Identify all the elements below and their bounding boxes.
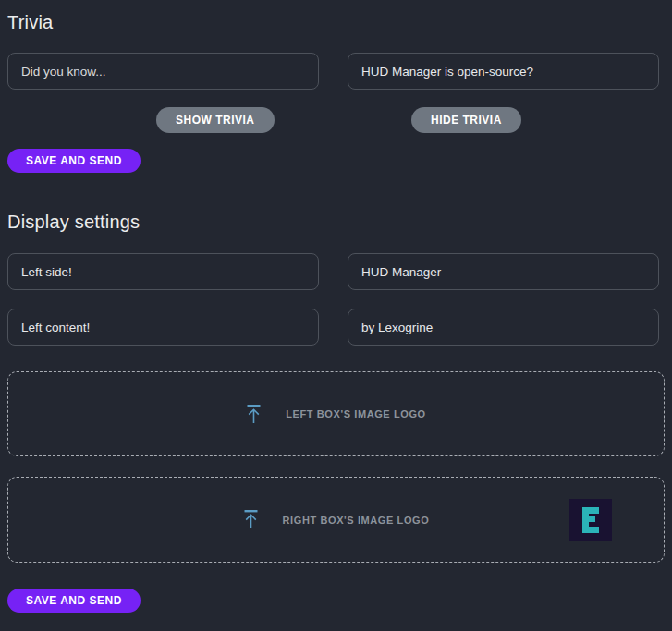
upload-icon <box>246 405 262 424</box>
display-title-inputs-row <box>0 253 672 290</box>
trivia-save-and-send-button[interactable]: SAVE AND SEND <box>7 149 141 173</box>
upload-inner: RIGHT BOX'S IMAGE LOGO <box>243 510 430 529</box>
left-box-upload-label: LEFT BOX'S IMAGE LOGO <box>286 408 426 419</box>
left-side-title-input[interactable] <box>7 253 319 290</box>
trivia-inputs-row <box>0 53 672 90</box>
right-side-title-input[interactable] <box>348 253 659 290</box>
trivia-section-title: Trivia <box>7 11 672 33</box>
hide-trivia-button[interactable]: HIDE TRIVIA <box>411 107 521 133</box>
display-settings-section-title: Display settings <box>7 211 672 233</box>
right-box-logo-upload-dropzone[interactable]: RIGHT BOX'S IMAGE LOGO <box>7 477 665 563</box>
trivia-answer-input[interactable] <box>348 53 659 90</box>
left-content-input[interactable] <box>7 309 319 346</box>
left-box-logo-upload-dropzone[interactable]: LEFT BOX'S IMAGE LOGO <box>7 371 665 456</box>
display-content-inputs-row <box>0 309 672 346</box>
trivia-buttons-row: SHOW TRIVIA HIDE TRIVIA <box>0 107 672 133</box>
uploaded-logo-preview-image <box>569 499 612 541</box>
right-box-upload-label: RIGHT BOX'S IMAGE LOGO <box>283 515 430 526</box>
trivia-question-input[interactable] <box>7 53 319 90</box>
right-content-input[interactable] <box>348 309 659 346</box>
upload-icon <box>243 510 259 529</box>
upload-inner: LEFT BOX'S IMAGE LOGO <box>246 405 426 424</box>
display-save-and-send-button[interactable]: SAVE AND SEND <box>7 589 141 613</box>
show-trivia-button[interactable]: SHOW TRIVIA <box>156 107 275 133</box>
